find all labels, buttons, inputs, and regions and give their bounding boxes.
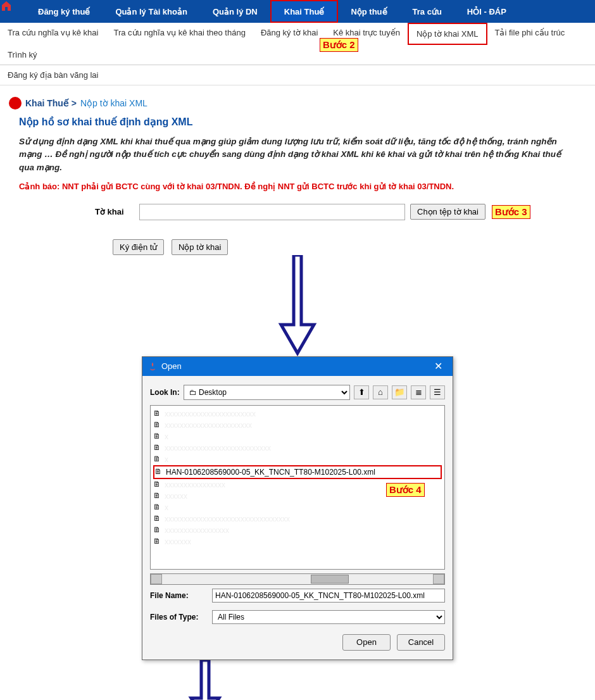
nav-hoi-dap[interactable]: HỎI - ĐÁP [454, 0, 519, 23]
subnav-2[interactable]: Đăng ký tờ khai [253, 23, 325, 45]
arrow-2 [184, 660, 595, 700]
btn-cancel[interactable]: Cancel [397, 634, 445, 651]
list-item[interactable]: 🗎x [153, 502, 442, 513]
java-icon [147, 361, 158, 372]
list-view-icon[interactable]: ≣ [411, 385, 426, 399]
subnav-4-nop-to-khai-xml[interactable]: Nộp tờ khai XML [408, 23, 487, 45]
step3-label: Bước 3 [492, 205, 530, 219]
file-icon: 🗎 [153, 537, 162, 547]
dialog-toolbar: Look In: 🗀 Desktop ⬆ ⌂ 📁 ≣ ☰ [142, 376, 453, 404]
home-icon[interactable] [0, 0, 25, 23]
dialog-titlebar: Open ✕ [142, 357, 453, 376]
topnav: Đăng ký thuế Quản lý Tài khoản Quản lý D… [0, 0, 595, 23]
scroll-left-icon[interactable] [151, 574, 162, 584]
nav-tra-cuu[interactable]: Tra cứu [400, 0, 454, 23]
breadcrumb-page[interactable]: Nộp tờ khai XML [80, 98, 147, 108]
step4-label: Bước 4 [386, 483, 425, 497]
label-tokhai-1: Tờ khai [95, 207, 139, 216]
home-folder-icon[interactable]: ⌂ [373, 385, 388, 399]
page-desc: Sử dụng định dạng XML khi khai thuế qua … [19, 135, 576, 174]
breadcrumb-section: Khai Thuế > [25, 98, 77, 108]
subnav-row2: Đăng ký địa bàn vãng lai [0, 65, 595, 85]
list-item[interactable]: 🗎xxxxxxx [153, 536, 442, 547]
list-item[interactable]: 🗎xxxxxxxxxxxxxxxxxxxxxxxxxxxx [153, 442, 442, 454]
open-dialog: Open ✕ Look In: 🗀 Desktop ⬆ ⌂ 📁 ≣ ☰ 🗎xxx… [142, 356, 453, 660]
scroll-thumb[interactable] [311, 575, 349, 584]
filetype-select[interactable]: All Files [212, 610, 445, 624]
file-icon: 🗎 [153, 480, 162, 490]
lookin-label: Look In: [150, 388, 180, 397]
btn-choose-file-1[interactable]: Chọn tệp tờ khai [410, 204, 485, 220]
breadcrumb: Khai Thuế > Nộp tờ khai XML [0, 85, 595, 116]
filename-input[interactable] [212, 589, 445, 603]
page-title: Nộp hồ sơ khai thuế định dạng XML [19, 116, 576, 128]
filetype-label: Files of Type: [150, 613, 208, 622]
page-warn: Cảnh báo: NNT phải gửi BCTC cùng với tờ … [19, 182, 576, 191]
file-icon: 🗎 [153, 443, 162, 453]
list-item[interactable]: 🗎xxxxxxxxxxxxxxxxx [153, 525, 442, 536]
scroll-track[interactable] [162, 574, 433, 584]
nav-quan-ly-dn[interactable]: Quản lý DN [200, 0, 270, 23]
selected-filename: HAN-0106208569000-05_KK_TNCN_TT80-M10202… [166, 468, 375, 477]
new-folder-icon[interactable]: 📁 [392, 385, 407, 399]
nav-quan-ly-tk[interactable]: Quản lý Tài khoản [103, 0, 200, 23]
file-icon: 🗎 [153, 409, 162, 419]
file-icon: 🗎 [153, 454, 162, 465]
subnav: Tra cứu nghĩa vụ kê khai Tra cứu nghĩa v… [0, 23, 595, 65]
file-icon: 🗎 [154, 467, 163, 477]
detail-view-icon[interactable]: ☰ [430, 385, 445, 399]
input-tokhai-1[interactable] [139, 204, 405, 220]
close-icon[interactable]: ✕ [429, 360, 448, 372]
up-folder-icon[interactable]: ⬆ [354, 385, 369, 399]
filename-label: File Name: [150, 591, 208, 600]
subnav-5[interactable]: Tải file phi cấu trúc [487, 23, 573, 45]
file-icon: 🗎 [153, 525, 162, 535]
dialog-title: Open [161, 361, 182, 371]
file-icon: 🗎 [153, 514, 162, 524]
btn-submit-1[interactable]: Nộp tờ khai [172, 239, 228, 255]
hscrollbar[interactable] [150, 573, 445, 585]
nav-dang-ky-thue[interactable]: Đăng ký thuế [25, 0, 103, 23]
file-icon: 🗎 [153, 420, 162, 430]
lookin-select[interactable]: 🗀 Desktop [184, 385, 350, 400]
file-icon: 🗎 [153, 432, 162, 442]
breadcrumb-icon [9, 97, 22, 109]
list-item-selected[interactable]: 🗎HAN-0106208569000-05_KK_TNCN_TT80-M1020… [153, 465, 442, 479]
file-icon: 🗎 [153, 503, 162, 513]
nav-khai-thue[interactable]: Khai Thuế [270, 0, 339, 23]
scroll-right-icon[interactable] [433, 574, 444, 584]
form-row-1: Tờ khai Chọn tệp tờ khai Bước 3 [95, 204, 576, 220]
nav-nop-thue[interactable]: Nộp thuế [338, 0, 399, 23]
list-item[interactable]: 🗎x [153, 454, 442, 465]
subnav-1[interactable]: Tra cứu nghĩa vụ kê khai theo tháng [106, 23, 253, 45]
subnav-0[interactable]: Tra cứu nghĩa vụ kê khai [0, 23, 106, 45]
arrow-1 [0, 255, 595, 356]
list-item[interactable]: 🗎x [153, 431, 442, 442]
file-icon: 🗎 [153, 491, 162, 501]
list-item[interactable]: 🗎xxxxxxxxxxxxxxxxxxxxxxxxxxxxxxxxx [153, 513, 442, 525]
subnav-7[interactable]: Đăng ký địa bàn vãng lai [0, 65, 106, 85]
list-item[interactable]: 🗎xxxxxxxxxxxxxxxxxxxxxxx [153, 420, 442, 431]
btn-open[interactable]: Open [342, 634, 391, 651]
subnav-6[interactable]: Trình ký [0, 45, 44, 65]
btn-sign-1[interactable]: Ký điện tử [113, 239, 164, 255]
list-item[interactable]: 🗎xxxxxxxxxxxxxxxxxxxxxxxx [153, 408, 442, 420]
step2-label: Bước 2 [320, 38, 358, 52]
